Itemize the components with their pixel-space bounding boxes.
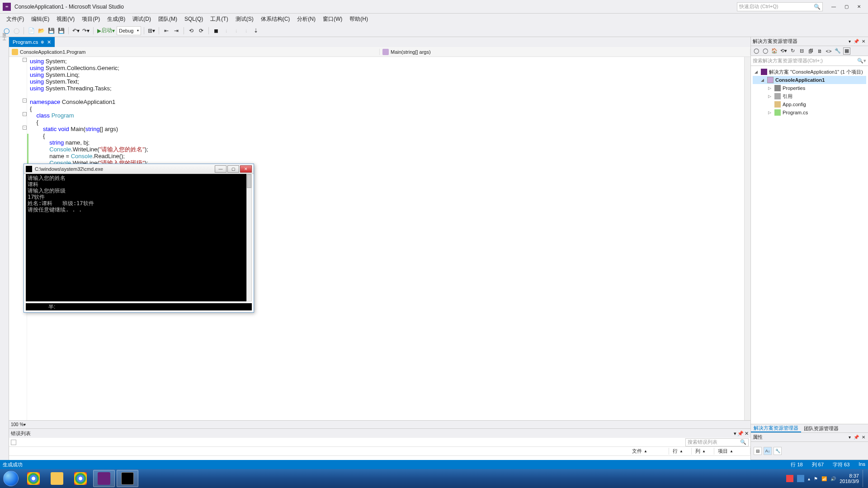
menu-arch[interactable]: 体系结构(C) — [257, 15, 294, 23]
se-prop-icon[interactable]: 🔧 — [834, 47, 841, 55]
panel-close-icon[interactable]: ✕ — [745, 431, 749, 436]
console-maximize-button[interactable]: ▢ — [227, 165, 239, 173]
tree-properties[interactable]: ▷Properties — [753, 84, 866, 92]
tab-team-explorer[interactable]: 团队资源管理器 — [801, 424, 841, 432]
open-button[interactable]: 📂 — [37, 26, 46, 35]
error-search-input[interactable]: 搜索错误列表 🔍 — [685, 438, 749, 446]
indent-left-button[interactable]: ⇤ — [162, 26, 171, 35]
nav-fwd-button[interactable]: ◯ — [12, 26, 21, 35]
se-refresh-icon[interactable]: ↻ — [789, 47, 796, 55]
tray-flag-icon[interactable]: ⚑ — [814, 476, 818, 481]
tray-icon-2[interactable] — [797, 475, 804, 482]
col-col[interactable]: 列 ▲ — [692, 448, 714, 455]
filter-icon[interactable] — [11, 440, 16, 445]
col-project[interactable]: 项目 ▲ — [714, 448, 750, 455]
menu-debug[interactable]: 调试(D) — [129, 15, 155, 23]
col-line[interactable]: 行 ▲ — [669, 448, 692, 455]
menu-analyze[interactable]: 分析(N) — [293, 15, 319, 23]
prop-pages-button[interactable]: 🔧 — [774, 447, 782, 455]
panel-dropdown-icon[interactable]: ▾ — [848, 39, 852, 44]
indent-right-button[interactable]: ⇥ — [172, 26, 181, 35]
save-button[interactable]: 💾 — [47, 26, 56, 35]
solution-search-input[interactable]: 搜索解决方案资源管理器(Ctrl+;) 🔍▾ — [751, 56, 868, 66]
tray-volume-icon[interactable]: 🔊 — [830, 476, 836, 481]
quick-launch-input[interactable]: 快速启动 (Ctrl+Q) 🔍 — [737, 2, 823, 11]
menu-window[interactable]: 窗口(W) — [319, 15, 346, 23]
menu-test[interactable]: 测试(S) — [232, 15, 257, 23]
se-fwd-icon[interactable]: ◯ — [762, 47, 769, 55]
panel-close-icon[interactable]: ✕ — [861, 39, 866, 44]
taskbar-cmd[interactable] — [117, 470, 138, 487]
panel-pin-icon[interactable]: 📌 — [853, 435, 860, 440]
console-window[interactable]: C:\windows\system32\cmd.exe — ▢ ✕ 请输入您的姓… — [24, 164, 254, 313]
se-back-icon[interactable]: ◯ — [753, 47, 760, 55]
panel-dropdown-icon[interactable]: ▾ — [848, 435, 852, 440]
maximize-button[interactable]: ▢ — [840, 2, 853, 11]
start-debug-button[interactable]: ▶ 启动 ▾ — [96, 26, 116, 35]
editor-scrollbar-v[interactable] — [744, 57, 750, 420]
server-explorer-tab[interactable]: 服 — [1, 39, 7, 41]
prop-az-button[interactable]: A↓ — [764, 447, 772, 455]
tab-solution-explorer[interactable]: 解决方案资源管理器 — [751, 424, 801, 432]
tab-close-icon[interactable]: ✕ — [47, 39, 51, 45]
tree-project[interactable]: ◢ConsoleApplication1 — [753, 76, 866, 84]
console-close-button[interactable]: ✕ — [240, 165, 252, 173]
menu-build[interactable]: 生成(B) — [104, 15, 129, 23]
menu-view[interactable]: 视图(V) — [53, 15, 78, 23]
menu-team[interactable]: 团队(M) — [155, 15, 181, 23]
se-sync-icon[interactable]: ⟲▾ — [780, 47, 787, 55]
minimize-button[interactable]: — — [827, 2, 840, 11]
console-minimize-button[interactable]: — — [215, 165, 226, 173]
se-home-icon[interactable]: 🏠 — [771, 47, 778, 55]
start-button[interactable] — [0, 469, 22, 488]
nav-back-button[interactable]: ◯ — [2, 26, 11, 35]
taskbar-chrome-2[interactable] — [70, 470, 91, 487]
menu-file[interactable]: 文件(F) — [3, 15, 28, 23]
tree-solution[interactable]: ◢解决方案 "ConsoleApplication1" (1 个项目) — [753, 68, 866, 76]
misc-button-1[interactable]: ⊞▾ — [147, 26, 156, 35]
tab-program-cs[interactable]: Program.cs ⊕ ✕ — [9, 37, 55, 47]
uncomment-button[interactable]: ⟳ — [197, 26, 206, 35]
menu-help[interactable]: 帮助(H) — [346, 15, 372, 23]
console-titlebar[interactable]: C:\windows\system32\cmd.exe — ▢ ✕ — [24, 164, 254, 174]
redo-button[interactable]: ↷▾ — [81, 26, 90, 35]
se-preview-icon[interactable]: ▦ — [843, 47, 850, 55]
tray-icon-1[interactable] — [786, 475, 793, 482]
se-collapse-icon[interactable]: ⊟ — [798, 47, 805, 55]
save-all-button[interactable]: 💾 — [57, 26, 66, 35]
console-scrollbar[interactable] — [246, 174, 252, 301]
comment-button[interactable]: ⟲ — [187, 26, 196, 35]
menu-edit[interactable]: 编辑(E) — [28, 15, 53, 23]
console-body[interactable]: 请输入您的姓名 谭科 请输入您的班级 17软件 姓名:谭科 班级:17软件 请按… — [26, 174, 246, 301]
taskbar-chrome[interactable] — [23, 470, 44, 487]
step-button-3[interactable]: ↓ — [241, 26, 250, 35]
show-desktop-button[interactable] — [863, 470, 866, 487]
tree-references[interactable]: ▷引用 — [753, 92, 866, 100]
se-copy-icon[interactable]: 🗎 — [816, 47, 823, 55]
menu-tools[interactable]: 工具(T) — [207, 15, 231, 23]
new-button[interactable]: 📄 — [27, 26, 36, 35]
tree-program-cs[interactable]: ▷Program.cs — [753, 108, 866, 117]
stop-button[interactable]: ◼ — [212, 26, 221, 35]
config-dropdown[interactable]: Debug▾ — [117, 26, 141, 35]
solution-tree[interactable]: ◢解决方案 "ConsoleApplication1" (1 个项目) ◢Con… — [751, 66, 868, 424]
panel-pin-icon[interactable]: 📌 — [737, 431, 744, 436]
taskbar-clock[interactable]: 8:37 2018/3/9 — [840, 473, 859, 484]
close-button[interactable]: ✕ — [853, 2, 865, 11]
taskbar-visualstudio[interactable] — [93, 470, 115, 487]
step-button-2[interactable]: ↓ — [231, 26, 241, 35]
panel-pin-icon[interactable]: 📌 — [853, 39, 860, 44]
menu-sql[interactable]: SQL(Q) — [181, 16, 207, 22]
tray-network-icon[interactable]: 📶 — [821, 476, 827, 481]
prop-cat-button[interactable]: ▤ — [754, 447, 762, 455]
step-button-1[interactable]: ↓ — [222, 26, 231, 35]
toolbox-tab[interactable]: 工 — [1, 42, 7, 44]
se-code-icon[interactable]: <> — [825, 47, 832, 55]
class-dropdown[interactable]: ConsoleApplication1.Program — [9, 49, 380, 55]
undo-button[interactable]: ↶▾ — [71, 26, 80, 35]
panel-close-icon[interactable]: ✕ — [861, 435, 866, 440]
tree-appconfig[interactable]: App.config — [753, 100, 866, 108]
zoom-level[interactable]: 100 % — [11, 422, 24, 427]
overflow-button[interactable]: ⇣ — [251, 26, 260, 35]
tray-chevron-icon[interactable]: ▴ — [808, 476, 810, 481]
